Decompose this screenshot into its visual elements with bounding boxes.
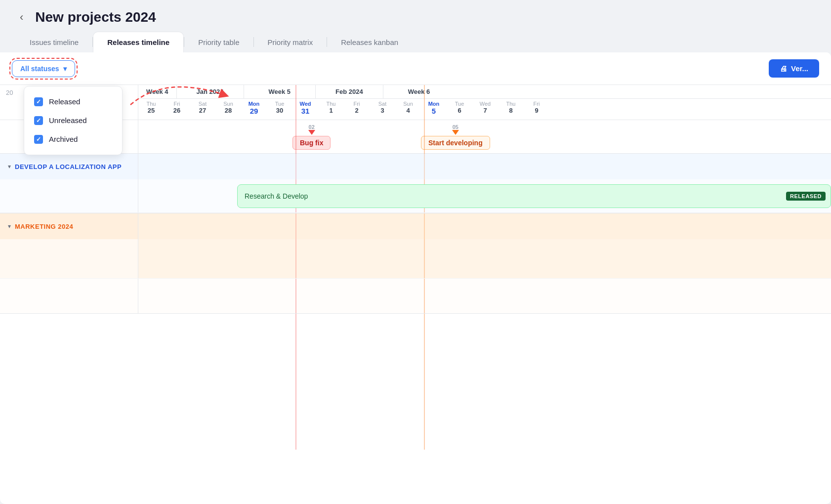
day-sun28: Sun 28 bbox=[215, 99, 241, 117]
feb2024-group: Feb 2024 bbox=[316, 85, 383, 98]
research-develop-row: Research & Develop RELEASED bbox=[0, 179, 831, 213]
startdev-triangle bbox=[452, 130, 459, 135]
ver-button[interactable]: 🖨 Ver... bbox=[769, 59, 819, 78]
header: ‹ New projects 2024 bbox=[0, 0, 831, 26]
toolbar: All statuses ▾ Released Unreleased bbox=[0, 52, 831, 85]
all-statuses-filter[interactable]: All statuses ▾ bbox=[12, 60, 75, 77]
timeline-area: 20 Week 4 Jan 2024 bbox=[0, 85, 831, 504]
week5-group: Week 5 bbox=[244, 85, 316, 98]
marketing-empty-right bbox=[138, 279, 831, 313]
day-thu8: Thu 8 bbox=[498, 99, 524, 117]
localization-group-right bbox=[138, 154, 831, 179]
bugfix-pill: Bug fix bbox=[292, 136, 331, 150]
marketing-release-row bbox=[0, 239, 831, 279]
research-develop-left bbox=[0, 179, 138, 212]
start-developing-milestone: 05 Start developing bbox=[421, 124, 490, 150]
day-fri2: Fri 2 bbox=[344, 99, 370, 117]
unreleased-label: Unreleased bbox=[49, 116, 87, 125]
marketing-group-right bbox=[138, 213, 831, 239]
tab-priority-table[interactable]: Priority table bbox=[184, 32, 253, 52]
day-sun4: Sun 4 bbox=[395, 99, 421, 117]
jan2024-label: Jan 2024 bbox=[177, 88, 244, 95]
day-sat27: Sat 27 bbox=[190, 99, 215, 117]
startdev-num: 05 bbox=[453, 124, 458, 130]
bugfix-milestone: 02 Bug fix bbox=[292, 124, 331, 150]
dropdown-item-unreleased[interactable]: Unreleased bbox=[24, 111, 122, 130]
milestone-row: 02 Bug fix 05 Start developing bbox=[0, 120, 831, 154]
milestone-timeline: 02 Bug fix 05 Start developing bbox=[138, 120, 831, 153]
app-container: ‹ New projects 2024 Issues timeline Rele… bbox=[0, 0, 831, 504]
day-tue6: Tue 6 bbox=[447, 99, 472, 117]
tabs-bar: Issues timeline Releases timeline Priori… bbox=[0, 32, 831, 52]
feb2024-label: Feb 2024 bbox=[316, 88, 383, 95]
tab-releases-timeline[interactable]: Releases timeline bbox=[93, 32, 184, 52]
days-row: Thu 25 Fri 26 Sat 27 bbox=[138, 99, 831, 117]
week5-label: Week 5 bbox=[244, 88, 316, 95]
day-fri9: Fri 9 bbox=[524, 99, 549, 117]
status-dropdown: Released Unreleased Archived bbox=[24, 86, 123, 155]
marketing-header: ▾ MARKETING 2024 bbox=[0, 213, 831, 239]
page-title: New projects 2024 bbox=[35, 9, 156, 25]
research-develop-right: Research & Develop RELEASED bbox=[138, 179, 831, 212]
day-wed7: Wed 7 bbox=[472, 99, 498, 117]
marketing-empty-row bbox=[0, 279, 831, 313]
localization-header: ▾ DEVELOP A LOCALIZATION APP bbox=[0, 154, 831, 179]
day-fri26: Fri 26 bbox=[164, 99, 190, 117]
chevron-icon-marketing[interactable]: ▾ bbox=[8, 223, 11, 230]
marketing-empty-left bbox=[0, 279, 138, 313]
released-badge: RELEASED bbox=[786, 192, 826, 201]
bugfix-num: 02 bbox=[309, 124, 315, 130]
print-icon: 🖨 bbox=[780, 64, 787, 73]
day-mon5: Mon 5 bbox=[421, 99, 447, 117]
bugfix-triangle bbox=[308, 130, 315, 135]
released-checkbox[interactable] bbox=[34, 97, 43, 106]
filter-label: All statuses bbox=[20, 65, 59, 73]
day-thu25: Thu 25 bbox=[138, 99, 164, 117]
week4-label: Week 4 bbox=[138, 88, 176, 95]
archived-label: Archived bbox=[49, 135, 78, 143]
month-labels-row: Week 4 Jan 2024 Week 5 Feb 2024 bbox=[138, 85, 831, 99]
marketing-group-left: ▾ MARKETING 2024 bbox=[0, 213, 138, 239]
timeline-columns-header: Week 4 Jan 2024 Week 5 Feb 2024 bbox=[138, 85, 831, 120]
unreleased-checkbox[interactable] bbox=[34, 116, 43, 125]
dropdown-item-released[interactable]: Released bbox=[24, 92, 122, 111]
day-thu1: Thu 1 bbox=[318, 99, 344, 117]
marketing-name: MARKETING 2024 bbox=[15, 223, 73, 230]
jan2024-group: Jan 2024 bbox=[177, 85, 244, 98]
day-wed31: Wed 31 bbox=[292, 99, 318, 117]
released-label: Released bbox=[49, 97, 80, 106]
localization-name: DEVELOP A LOCALIZATION APP bbox=[15, 163, 122, 170]
week6-group: Week 6 bbox=[383, 85, 455, 98]
week6-label: Week 6 bbox=[383, 88, 455, 95]
tab-priority-matrix[interactable]: Priority matrix bbox=[254, 32, 327, 52]
main-content: All statuses ▾ Released Unreleased bbox=[0, 52, 831, 504]
day-mon29: Mon 29 bbox=[241, 99, 267, 117]
chevron-icon-localization[interactable]: ▾ bbox=[8, 163, 11, 170]
tab-issues-timeline[interactable]: Issues timeline bbox=[16, 32, 92, 52]
day-sat3: Sat 3 bbox=[370, 99, 395, 117]
tab-releases-kanban[interactable]: Releases kanban bbox=[327, 32, 412, 52]
ver-label: Ver... bbox=[791, 64, 808, 73]
dropdown-item-archived[interactable]: Archived bbox=[24, 130, 122, 149]
day-tue30: Tue 30 bbox=[267, 99, 292, 117]
research-develop-bar[interactable]: Research & Develop RELEASED bbox=[237, 184, 831, 208]
back-button[interactable]: ‹ bbox=[16, 9, 27, 26]
marketing-release-left bbox=[0, 239, 138, 278]
research-develop-label: Research & Develop bbox=[245, 192, 308, 200]
localization-group-left: ▾ DEVELOP A LOCALIZATION APP bbox=[0, 154, 138, 179]
startdev-pill: Start developing bbox=[421, 136, 490, 150]
week4-group: Week 4 bbox=[138, 85, 177, 98]
chevron-down-icon: ▾ bbox=[63, 65, 67, 73]
marketing-release-right bbox=[138, 239, 831, 278]
group-marketing: ▾ MARKETING 2024 bbox=[0, 213, 831, 314]
group-localization: ▾ DEVELOP A LOCALIZATION APP Research & … bbox=[0, 154, 831, 213]
archived-checkbox[interactable] bbox=[34, 135, 43, 144]
timeline-header: 20 Week 4 Jan 2024 bbox=[0, 85, 831, 120]
